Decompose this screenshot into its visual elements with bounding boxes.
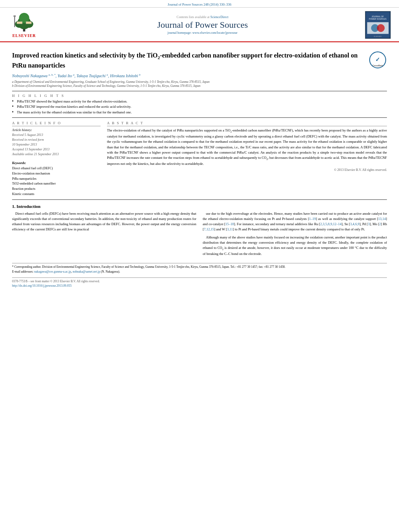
received-date: Received 5 August 2013 <box>12 133 101 138</box>
received-revised-label: Received in revised form <box>12 138 101 142</box>
abstract-copyright: © 2013 Elsevier B.V. All rights reserved… <box>107 168 387 172</box>
keyword-1: Electro-oxidation mechanism <box>12 171 101 177</box>
article-info-label: A R T I C L E I N F O <box>12 121 101 126</box>
svg-rect-7 <box>17 21 23 23</box>
journal-reference-text: Journal of Power Sources 248 (2014) 330–… <box>168 2 232 6</box>
introduction-left-text: Direct ethanol fuel cells (DEFCs) have b… <box>12 211 196 232</box>
revised-date: 10 September 2013 <box>12 142 101 147</box>
elsevier-logo: ELSEVIER <box>8 12 40 38</box>
svg-rect-8 <box>26 21 32 23</box>
journal-title-center: Contents lists available at ScienceDirec… <box>40 15 365 35</box>
journal-header: ELSEVIER Contents lists available at Sci… <box>0 8 399 42</box>
introduction-right-col: use due to the high overvoltage at the e… <box>203 211 387 259</box>
divider-3 <box>12 199 387 200</box>
page-footer: 0378-7753/$ – see front matter © 2013 El… <box>12 277 387 283</box>
journal-thumbnail: JOURNAL OF POWER SOURCES ELSEVIER <box>365 11 391 39</box>
accepted-date: Accepted 13 September 2013 <box>12 147 101 152</box>
email-1[interactable]: nakagawa@cee.gunma-u.ac.jp <box>34 270 71 273</box>
footer-doi[interactable]: http://dx.doi.org/10.1016/j.jpowsour.201… <box>12 284 72 288</box>
article-info-col: A R T I C L E I N F O Article history: R… <box>12 121 101 197</box>
keyword-2: PtRu nanoparticles <box>12 177 101 182</box>
introduction-title: 1. Introduction <box>12 204 387 209</box>
svg-rect-5 <box>14 16 15 27</box>
svg-point-15 <box>377 24 385 32</box>
keyword-5: Kinetic constants <box>12 192 101 197</box>
keyword-0: Direct ethanol fuel cell (DEFC) <box>12 166 101 171</box>
article-info-box: A R T I C L E I N F O Article history: R… <box>12 121 101 157</box>
sciencedirect-link: Contents lists available at ScienceDirec… <box>40 15 365 19</box>
abstract-label: A B S T R A C T <box>107 121 387 126</box>
footer-doi-line: http://dx.doi.org/10.1016/j.jpowsour.201… <box>12 284 387 288</box>
history-title: Article history: <box>12 128 101 133</box>
svg-rect-6 <box>14 15 16 17</box>
journal-cover-image: JOURNAL OF POWER SOURCES ELSEVIER <box>365 11 391 39</box>
article-history: Article history: Received 5 August 2013 … <box>12 128 101 157</box>
highlight-item-1: PtRu/TECNF showed the highest mass activ… <box>12 99 387 104</box>
affiliation-a: a Department of Chemical and Environment… <box>12 80 210 84</box>
sciencedirect-anchor[interactable]: ScienceDirect <box>210 15 228 19</box>
highlight-item-2: PtRu/TECNF improved the reaction kinetic… <box>12 105 387 109</box>
article-info-abstract: A R T I C L E I N F O Article history: R… <box>12 121 387 197</box>
svg-text:✓: ✓ <box>375 56 380 63</box>
affiliation-b: b Division of Environmental Engineering … <box>12 84 200 88</box>
introduction-section: 1. Introduction Direct ethanol fuel cell… <box>12 204 387 259</box>
svg-text:POWER SOURCES: POWER SOURCES <box>369 18 386 20</box>
introduction-columns: Direct ethanol fuel cells (DEFCs) have b… <box>12 211 387 259</box>
article-title: Improved reaction kinetics and selectivi… <box>12 51 387 70</box>
svg-text:ELSEVIER: ELSEVIER <box>374 35 382 37</box>
corresponding-author-note: * Corresponding author. Division of Envi… <box>12 265 387 269</box>
email-suffix: (N. Nakagawa). <box>101 270 120 273</box>
available-date: Available online 21 September 2013 <box>12 152 101 157</box>
elsevier-tree-icon <box>10 12 38 33</box>
affiliations: a Department of Chemical and Environment… <box>12 80 387 88</box>
introduction-right-text: use due to the high overvoltage at the e… <box>203 211 387 257</box>
keyword-3: TiO2-embedded carbon nanofiber <box>12 181 101 187</box>
journal-reference-bar: Journal of Power Sources 248 (2014) 330–… <box>0 0 399 8</box>
journal-homepage-text: journal homepage: www.elsevier.com/locat… <box>40 31 365 35</box>
keywords-label: Keywords: <box>12 161 101 166</box>
email-2[interactable]: nohnaka@samet.net.jp <box>72 270 100 273</box>
abstract-col: A B S T R A C T The electro-oxidation of… <box>107 121 387 197</box>
abstract-section: A B S T R A C T The electro-oxidation of… <box>107 121 387 172</box>
article-body: Improved reaction kinetics and selectivi… <box>0 42 399 292</box>
footer-issn: 0378-7753/$ – see front matter © 2013 El… <box>12 279 100 283</box>
svg-text:CrossMark: CrossMark <box>372 64 383 67</box>
divider-2 <box>12 117 387 118</box>
crossmark-icon: ✓ CrossMark <box>369 51 387 69</box>
highlights-section: H I G H L I G H T S PtRu/TECNF showed th… <box>12 94 387 115</box>
authors-line: Nobuyoshi Nakagawa a, b, *, Yudai Ito a,… <box>12 73 387 78</box>
elsevier-label-text: ELSEVIER <box>12 33 36 38</box>
highlights-label: H I G H L I G H T S <box>12 94 387 98</box>
divider-1 <box>12 91 387 91</box>
keywords-block: Keywords: Direct ethanol fuel cell (DEFC… <box>12 161 101 197</box>
footnotes: * Corresponding author. Division of Envi… <box>12 263 387 274</box>
highlight-item-3: The mass activity for the ethanol oxidat… <box>12 110 387 115</box>
email-line: E-mail addresses: nakagawa@cee.gunma-u.a… <box>12 270 387 274</box>
introduction-left-col: Direct ethanol fuel cells (DEFCs) have b… <box>12 211 196 259</box>
keyword-4: Reaction products <box>12 187 101 192</box>
svg-text:JOURNAL OF: JOURNAL OF <box>372 16 384 18</box>
journal-name-text: Journal of Power Sources <box>40 20 365 30</box>
abstract-text: The electro-oxidation of ethanol by the … <box>107 128 387 166</box>
